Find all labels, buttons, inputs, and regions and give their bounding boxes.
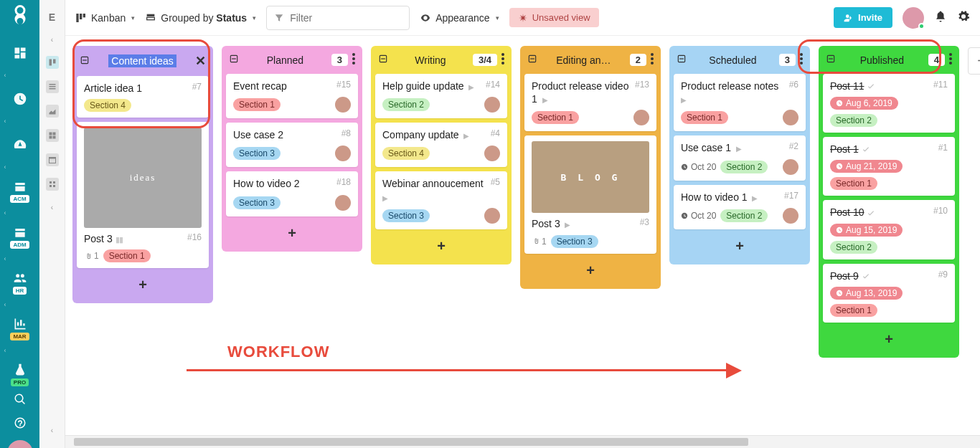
- collapse-icon[interactable]: [527, 54, 537, 66]
- appearance-selector[interactable]: Appearance ▾: [420, 12, 499, 24]
- add-card-button[interactable]: +: [226, 221, 358, 246]
- collapse-icon[interactable]: [378, 54, 388, 66]
- assignee-avatar[interactable]: [484, 208, 500, 224]
- more-icon[interactable]: [949, 53, 952, 67]
- column-title[interactable]: Content ideas: [94, 55, 191, 67]
- card[interactable]: Article idea 1#7Section 4: [77, 76, 209, 118]
- more-icon[interactable]: [352, 53, 355, 67]
- section-tag[interactable]: Section 1: [233, 98, 281, 111]
- card[interactable]: Use case 2#8Section 3: [226, 123, 358, 167]
- section-tag[interactable]: Section 1: [532, 111, 579, 124]
- card[interactable]: Post 11#11Aug 6, 2019Section 2: [823, 74, 955, 133]
- section-tag[interactable]: Section 3: [382, 209, 430, 222]
- assignee-avatar[interactable]: [335, 146, 351, 161]
- chevron-left-icon[interactable]: ‹: [4, 301, 36, 310]
- bell-icon[interactable]: [934, 10, 947, 25]
- more-icon[interactable]: [501, 53, 504, 67]
- app-logo-icon[interactable]: [7, 3, 33, 29]
- assignee-avatar[interactable]: [783, 208, 798, 224]
- chevron-left-icon[interactable]: ‹: [4, 347, 36, 356]
- card[interactable]: How to video 1 ▶#17Oct 20Section 2: [674, 185, 806, 229]
- nav-hr[interactable]: HR: [4, 267, 36, 298]
- close-icon[interactable]: ✕: [195, 53, 206, 69]
- assignee-avatar[interactable]: [783, 159, 798, 175]
- section-tag[interactable]: Section 2: [720, 161, 768, 173]
- assignee-avatar[interactable]: [633, 110, 649, 125]
- section-tag[interactable]: Section 3: [233, 196, 281, 209]
- card[interactable]: Event recap#15Section 1: [226, 74, 358, 118]
- section-tag[interactable]: Section 1: [681, 111, 728, 124]
- chevron-left-icon[interactable]: ‹: [51, 196, 53, 218]
- chevron-left-icon[interactable]: ‹: [4, 209, 36, 218]
- scroll-thumb[interactable]: [74, 438, 748, 446]
- horizontal-scrollbar[interactable]: [65, 435, 980, 448]
- assignee-avatar[interactable]: [783, 110, 798, 125]
- collapse-icon[interactable]: [229, 54, 239, 66]
- section-tag[interactable]: Section 4: [84, 99, 131, 112]
- assignee-avatar[interactable]: [335, 195, 351, 211]
- chevron-left-icon[interactable]: ‹: [4, 72, 36, 80]
- nav-clock[interactable]: [4, 83, 36, 115]
- collapse-icon[interactable]: [677, 54, 687, 66]
- view-grid-icon[interactable]: [46, 178, 59, 191]
- chevron-left-icon[interactable]: ‹: [4, 163, 36, 172]
- card[interactable]: Post 10#10Aug 15, 2019Section 2: [823, 200, 955, 259]
- view-table-icon[interactable]: [46, 129, 59, 142]
- collapse-icon[interactable]: [80, 55, 90, 67]
- section-tag[interactable]: Section 1: [830, 177, 877, 190]
- section-tag[interactable]: Section 3: [233, 147, 281, 160]
- card[interactable]: Post 1#1Aug 21, 2019Section 1: [823, 137, 955, 196]
- add-card-button[interactable]: +: [375, 234, 507, 259]
- search-icon[interactable]: [14, 393, 27, 408]
- nav-acm[interactable]: ACM: [4, 175, 36, 206]
- collapse-icon[interactable]: [826, 54, 836, 66]
- add-card-button[interactable]: +: [524, 258, 656, 283]
- add-card-button[interactable]: +: [77, 272, 209, 297]
- user-avatar[interactable]: [903, 7, 924, 29]
- nav-pro[interactable]: PRO: [4, 358, 36, 390]
- unsaved-view-badge[interactable]: Unsaved view: [509, 8, 599, 27]
- column-title[interactable]: Scheduled: [691, 54, 775, 66]
- add-column-button[interactable]: +: [968, 47, 980, 75]
- nav-mar[interactable]: MAR: [4, 313, 36, 344]
- section-tag[interactable]: Section 2: [382, 98, 430, 111]
- chevron-left-icon[interactable]: ‹: [51, 29, 53, 50]
- add-card-button[interactable]: +: [674, 234, 806, 259]
- section-tag[interactable]: Section 2: [830, 241, 877, 254]
- section-tag[interactable]: Section 4: [382, 147, 430, 160]
- card[interactable]: Webinar annoucement ▶#5Section 3: [375, 171, 507, 229]
- assignee-avatar[interactable]: [484, 97, 500, 113]
- filter-input[interactable]: [290, 12, 390, 24]
- group-by-selector[interactable]: Grouped by Status ▾: [145, 12, 256, 24]
- help-icon[interactable]: [14, 416, 27, 432]
- card[interactable]: ideasPost 3▮▮#161Section 1: [77, 122, 209, 268]
- card[interactable]: Product release video 1 ▶#13Section 1: [524, 74, 656, 131]
- column-title[interactable]: Published: [840, 54, 924, 66]
- kanban-board[interactable]: Content ideas✕Article idea 1#7Section 4i…: [65, 36, 980, 434]
- more-icon[interactable]: [651, 53, 654, 67]
- chevron-left-icon[interactable]: ‹: [4, 118, 36, 126]
- section-tag[interactable]: Section 2: [830, 114, 877, 127]
- section-tag[interactable]: Section 1: [103, 249, 151, 262]
- chevron-left-icon[interactable]: ‹: [4, 255, 36, 264]
- section-tag[interactable]: Section 1: [830, 304, 877, 317]
- gear-icon[interactable]: [957, 10, 970, 25]
- card[interactable]: B L O GPost 3 ▶#31Section 3: [524, 135, 656, 253]
- more-icon[interactable]: [800, 53, 803, 67]
- card[interactable]: Post 9#9Aug 13, 2019Section 1: [823, 264, 955, 323]
- card[interactable]: Use case 1 ▶#2Oct 20Section 2: [674, 135, 806, 180]
- invite-button[interactable]: Invite: [834, 7, 892, 28]
- card[interactable]: Help guide update ▶#14Section 2: [375, 74, 507, 118]
- card[interactable]: Product release notes ▶#6Section 1: [674, 74, 806, 131]
- nav-gauge[interactable]: [4, 129, 36, 161]
- view-board-icon[interactable]: [46, 56, 59, 69]
- view-list-icon[interactable]: [46, 80, 59, 93]
- column-title[interactable]: Editing an…: [542, 54, 626, 66]
- view-type-selector[interactable]: Kanban ▾: [75, 12, 135, 24]
- filter-input-wrap[interactable]: [266, 6, 410, 30]
- nav-adm[interactable]: ADM: [4, 221, 36, 252]
- chevron-left-icon[interactable]: ‹: [51, 419, 53, 441]
- section-tag[interactable]: Section 3: [551, 235, 598, 248]
- add-card-button[interactable]: +: [823, 327, 955, 352]
- assignee-avatar[interactable]: [335, 97, 351, 113]
